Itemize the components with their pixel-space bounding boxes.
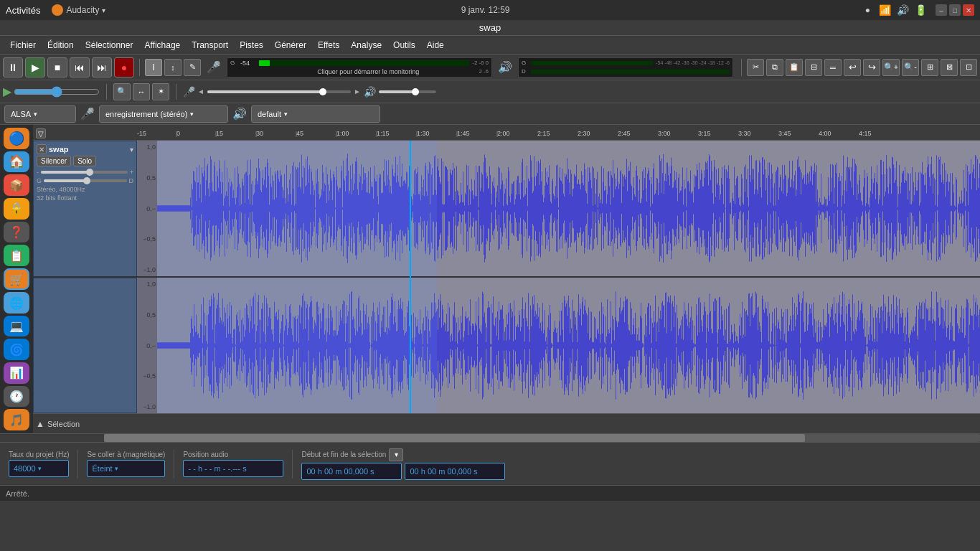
mute-button[interactable]: Silencer — [37, 156, 71, 166]
track-header-1: ✕ swap ▾ Silencer Solo - + — [33, 141, 137, 278]
vu-meter-input[interactable]: G -54 -2 -6 0 Cliquer pour démarrer le m… — [227, 57, 492, 77]
sidebar-icon-audacity[interactable]: 🎵 — [4, 409, 29, 430]
select-tool-button[interactable]: I — [145, 59, 162, 76]
silence-button[interactable]: ═ — [824, 59, 842, 76]
playback-speed-slider[interactable] — [14, 86, 100, 98]
track-header-2 — [33, 278, 137, 414]
close-button[interactable]: ✕ — [963, 4, 974, 16]
sidebar-icon-chrome[interactable]: 🌐 — [4, 292, 29, 314]
draw-tool-button[interactable]: ✎ — [184, 59, 201, 76]
pan-slider[interactable] — [44, 179, 126, 182]
menu-aide[interactable]: Aide — [421, 39, 450, 52]
stop-button[interactable]: ■ — [47, 57, 67, 77]
scroll-tool-button[interactable]: ↔ — [133, 83, 150, 100]
menu-outils[interactable]: Outils — [387, 39, 421, 52]
sidebar-icon-stats[interactable]: 📊 — [4, 362, 29, 384]
svg-text:4:15: 4:15 — [859, 130, 872, 137]
collapse-timeline-button[interactable]: ▽ — [36, 128, 46, 138]
solo-button[interactable]: Solo — [73, 156, 96, 166]
fit-project-button[interactable]: ⊞ — [921, 59, 938, 76]
zoom-out-button[interactable]: 🔍- — [902, 59, 919, 76]
audio-pos-label: Position audio — [183, 451, 283, 458]
waveform-channel-1[interactable]: 1,0 0,5 0,− −0,5 −1,0 — [137, 141, 980, 278]
envelope-tool-button[interactable]: ↕ — [164, 59, 182, 76]
sidebar-icon-store[interactable]: 🛒 — [4, 268, 29, 290]
undo-button[interactable]: ↩ — [844, 59, 861, 76]
waveform-canvas-1 — [157, 141, 980, 276]
selection-label: Sélection — [47, 420, 80, 428]
network-icon[interactable]: 📶 — [879, 4, 891, 16]
pause-button[interactable]: ⏸ — [3, 57, 23, 77]
sidebar-icon-firefox[interactable]: 🔵 — [4, 128, 29, 149]
menu-effets[interactable]: Effets — [312, 39, 345, 52]
sel-end-display[interactable]: 00 h 00 m 00,000 s — [405, 463, 505, 480]
svg-text:1:30: 1:30 — [417, 130, 430, 137]
zoom-sel-button[interactable]: ⊡ — [960, 59, 977, 76]
sidebar-icon-help[interactable]: ❓ — [4, 222, 29, 243]
svg-text:1:15: 1:15 — [377, 130, 390, 137]
multi-tool-button[interactable]: ✶ — [152, 83, 169, 100]
svg-text:2:15: 2:15 — [537, 130, 550, 137]
recording-device-selector[interactable]: enregistrement (stéréo) ▾ — [99, 105, 228, 123]
sidebar-icon-apps[interactable]: 📦 — [4, 174, 29, 196]
trim-button[interactable]: ⊟ — [805, 59, 822, 76]
fit-selection-button[interactable]: ⊠ — [941, 59, 958, 76]
snap-selector[interactable]: Éteint ▾ — [87, 460, 165, 477]
output-device-selector[interactable]: default ▾ — [251, 105, 380, 123]
battery-icon[interactable]: 🔋 — [915, 4, 927, 16]
track-name-label: swap — [49, 145, 128, 154]
activities-label[interactable]: Activités — [6, 5, 40, 16]
waveform-area[interactable]: 1,0 0,5 0,− −0,5 −1,0 — [137, 141, 980, 413]
zoom-in-button[interactable]: 🔍+ — [882, 59, 900, 76]
record-button[interactable]: ● — [114, 57, 134, 77]
sidebar-icon-clock[interactable]: 🕐 — [4, 386, 29, 408]
zoom-tool-button[interactable]: 🔍 — [113, 83, 131, 100]
menu-analyse[interactable]: Analyse — [345, 39, 387, 52]
speaker-device-icon: 🔊 — [232, 107, 247, 121]
svg-text:2:45: 2:45 — [618, 130, 631, 137]
speaker-icon: 🔊 — [497, 60, 513, 75]
svg-text:2:00: 2:00 — [497, 130, 510, 137]
divider-1 — [77, 450, 78, 479]
svg-text:1:45: 1:45 — [457, 130, 470, 137]
paste-button[interactable]: 📋 — [786, 59, 803, 76]
divider-2 — [174, 450, 174, 479]
sidebar-icon-vscode[interactable]: 💻 — [4, 316, 29, 337]
volume-slider[interactable] — [41, 171, 128, 174]
menu-edition[interactable]: Édition — [42, 39, 80, 52]
sidebar-icon-edge[interactable]: 🌀 — [4, 339, 29, 360]
next-button[interactable]: ⏭ — [92, 57, 112, 77]
window-controls: – □ ✕ — [936, 4, 974, 16]
sidebar-icon-lock[interactable]: 🔒 — [4, 198, 29, 220]
minimize-button[interactable]: – — [936, 4, 947, 16]
menu-generer[interactable]: Générer — [269, 39, 312, 52]
sidebar-icon-notes[interactable]: 📋 — [4, 245, 29, 266]
menu-affichage[interactable]: Affichage — [138, 39, 186, 52]
prev-button[interactable]: ⏮ — [70, 57, 90, 77]
redo-button[interactable]: ↪ — [863, 59, 880, 76]
vu-meter-output[interactable]: G -54 -48 -42 -36 -30 -24 -18 -12 -6 D — [518, 57, 733, 77]
menu-transport[interactable]: Transport — [186, 39, 234, 52]
sidebar-icon-home[interactable]: 🏠 — [4, 151, 29, 173]
maximize-button[interactable]: □ — [949, 4, 961, 16]
track-menu-btn[interactable]: ▾ — [130, 146, 133, 154]
volume-icon[interactable]: 🔊 — [897, 4, 909, 16]
menu-pistes[interactable]: Pistes — [234, 39, 269, 52]
track-close-btn[interactable]: ✕ — [37, 144, 47, 154]
cut-button[interactable]: ✂ — [747, 59, 764, 76]
mic-device-icon: 🎤 — [80, 107, 95, 121]
menu-fichier[interactable]: Fichier — [4, 39, 42, 52]
svg-text:1:00: 1:00 — [336, 130, 349, 137]
copy-button[interactable]: ⧉ — [766, 59, 783, 76]
vu-scale-left: -2 — [472, 60, 477, 66]
play-button[interactable]: ▶ — [25, 57, 45, 77]
sel-start-display[interactable]: 00 h 00 m 00,000 s — [301, 463, 402, 480]
menu-selectionner[interactable]: Sélectionner — [80, 39, 139, 52]
selection-range-dropdown[interactable]: ▾ — [389, 448, 403, 461]
selection-arrow-icon[interactable]: ▲ — [36, 419, 44, 429]
waveform-channel-2[interactable]: 1,0 0,5 0,− −0,5 −1,0 — [137, 278, 980, 413]
alsa-selector[interactable]: ALSA ▾ — [4, 105, 76, 123]
horizontal-scrollbar[interactable] — [0, 433, 980, 442]
project-rate-selector[interactable]: 48000 ▾ — [9, 460, 69, 477]
audio-pos-display[interactable]: - - h - - m - -.--- s — [183, 460, 283, 477]
